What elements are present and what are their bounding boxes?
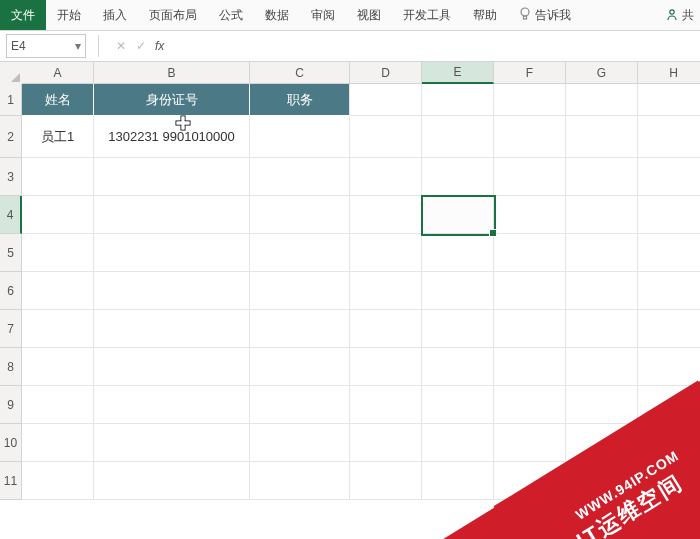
cell-H1[interactable] xyxy=(638,84,700,116)
cell-C7[interactable] xyxy=(250,310,350,348)
cell-G4[interactable] xyxy=(566,196,638,234)
cell-B7[interactable] xyxy=(94,310,250,348)
cell-A7[interactable] xyxy=(22,310,94,348)
cell-A2[interactable]: 员工1 xyxy=(22,116,94,158)
cell-H6[interactable] xyxy=(638,272,700,310)
cell-F4[interactable] xyxy=(494,196,566,234)
cell-E4[interactable] xyxy=(422,196,494,234)
cell-G10[interactable] xyxy=(566,424,638,462)
cell-H9[interactable] xyxy=(638,386,700,424)
cell-D3[interactable] xyxy=(350,158,422,196)
cell-C3[interactable] xyxy=(250,158,350,196)
cell-E8[interactable] xyxy=(422,348,494,386)
cell-F5[interactable] xyxy=(494,234,566,272)
row-header-6[interactable]: 6 xyxy=(0,272,22,310)
spreadsheet-grid[interactable]: ABCDEFGH 1234567891011 姓名身份证号职务员工1130223… xyxy=(0,62,700,539)
cell-C10[interactable] xyxy=(250,424,350,462)
cell-E10[interactable] xyxy=(422,424,494,462)
cell-A3[interactable] xyxy=(22,158,94,196)
formula-input[interactable] xyxy=(172,34,694,58)
cell-D11[interactable] xyxy=(350,462,422,500)
select-all-corner[interactable] xyxy=(0,62,23,85)
row-header-5[interactable]: 5 xyxy=(0,234,22,272)
cell-B8[interactable] xyxy=(94,348,250,386)
cell-A1[interactable]: 姓名 xyxy=(22,84,94,116)
cell-B10[interactable] xyxy=(94,424,250,462)
cell-G7[interactable] xyxy=(566,310,638,348)
cell-D2[interactable] xyxy=(350,116,422,158)
cell-F8[interactable] xyxy=(494,348,566,386)
cell-C9[interactable] xyxy=(250,386,350,424)
cell-A4[interactable] xyxy=(22,196,94,234)
cell-B4[interactable] xyxy=(94,196,250,234)
cell-F9[interactable] xyxy=(494,386,566,424)
tab-help[interactable]: 帮助 xyxy=(462,0,508,30)
cell-C6[interactable] xyxy=(250,272,350,310)
tab-formula[interactable]: 公式 xyxy=(208,0,254,30)
cell-G2[interactable] xyxy=(566,116,638,158)
cell-G6[interactable] xyxy=(566,272,638,310)
cell-E9[interactable] xyxy=(422,386,494,424)
column-header-H[interactable]: H xyxy=(638,62,700,84)
cell-A6[interactable] xyxy=(22,272,94,310)
cell-G11[interactable] xyxy=(566,462,638,500)
tab-insert[interactable]: 插入 xyxy=(92,0,138,30)
row-header-2[interactable]: 2 xyxy=(0,116,22,158)
row-header-4[interactable]: 4 xyxy=(0,196,22,234)
row-header-3[interactable]: 3 xyxy=(0,158,22,196)
column-header-B[interactable]: B xyxy=(94,62,250,84)
tab-review[interactable]: 审阅 xyxy=(300,0,346,30)
cell-F1[interactable] xyxy=(494,84,566,116)
cell-B5[interactable] xyxy=(94,234,250,272)
cell-H11[interactable] xyxy=(638,462,700,500)
cell-H7[interactable] xyxy=(638,310,700,348)
cell-H4[interactable] xyxy=(638,196,700,234)
cell-C5[interactable] xyxy=(250,234,350,272)
cell-C1[interactable]: 职务 xyxy=(250,84,350,116)
tell-me[interactable]: 告诉我 xyxy=(508,0,582,30)
row-header-9[interactable]: 9 xyxy=(0,386,22,424)
cell-C8[interactable] xyxy=(250,348,350,386)
cell-G1[interactable] xyxy=(566,84,638,116)
cell-B1[interactable]: 身份证号 xyxy=(94,84,250,116)
cell-A9[interactable] xyxy=(22,386,94,424)
column-header-G[interactable]: G xyxy=(566,62,638,84)
cell-G5[interactable] xyxy=(566,234,638,272)
cell-D10[interactable] xyxy=(350,424,422,462)
cell-A11[interactable] xyxy=(22,462,94,500)
cell-E3[interactable] xyxy=(422,158,494,196)
cell-E6[interactable] xyxy=(422,272,494,310)
cell-B2[interactable]: 1302231 9901010000 xyxy=(94,116,250,158)
cell-D8[interactable] xyxy=(350,348,422,386)
enter-formula-button[interactable]: ✓ xyxy=(131,35,151,57)
share-button[interactable]: 共 xyxy=(659,0,700,30)
cell-D4[interactable] xyxy=(350,196,422,234)
cell-D5[interactable] xyxy=(350,234,422,272)
cell-D1[interactable] xyxy=(350,84,422,116)
cell-E1[interactable] xyxy=(422,84,494,116)
cell-G3[interactable] xyxy=(566,158,638,196)
tab-data[interactable]: 数据 xyxy=(254,0,300,30)
cell-F6[interactable] xyxy=(494,272,566,310)
column-header-F[interactable]: F xyxy=(494,62,566,84)
name-box-dropdown-icon[interactable]: ▾ xyxy=(75,39,81,53)
column-header-E[interactable]: E xyxy=(422,62,494,84)
row-header-7[interactable]: 7 xyxy=(0,310,22,348)
cell-H8[interactable] xyxy=(638,348,700,386)
cell-B3[interactable] xyxy=(94,158,250,196)
cell-A8[interactable] xyxy=(22,348,94,386)
cell-F3[interactable] xyxy=(494,158,566,196)
tab-view[interactable]: 视图 xyxy=(346,0,392,30)
tab-developer[interactable]: 开发工具 xyxy=(392,0,462,30)
fx-icon[interactable]: fx xyxy=(155,39,164,53)
cell-G9[interactable] xyxy=(566,386,638,424)
tab-home[interactable]: 开始 xyxy=(46,0,92,30)
cell-C4[interactable] xyxy=(250,196,350,234)
cell-F7[interactable] xyxy=(494,310,566,348)
name-box[interactable]: E4 ▾ xyxy=(6,34,86,58)
row-header-11[interactable]: 11 xyxy=(0,462,22,500)
cell-F2[interactable] xyxy=(494,116,566,158)
cell-C2[interactable] xyxy=(250,116,350,158)
row-header-10[interactable]: 10 xyxy=(0,424,22,462)
cells-area[interactable]: 姓名身份证号职务员工11302231 9901010000 xyxy=(22,84,700,500)
